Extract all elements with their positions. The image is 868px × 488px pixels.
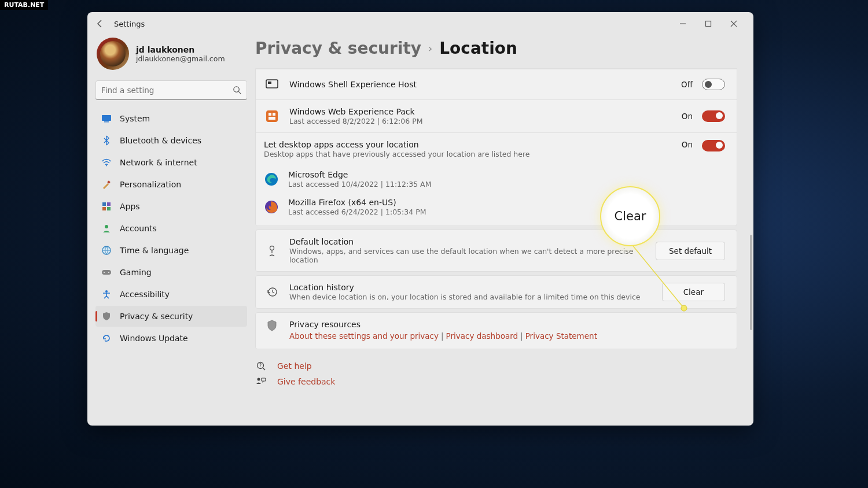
close-button[interactable] [721, 15, 746, 32]
edge-icon [264, 172, 279, 187]
privacy-resources-panel: Privacy resources About these settings a… [255, 312, 737, 349]
sidebar-item-time-language[interactable]: Time & language [95, 240, 247, 261]
profile-email: jdlaukkonen@gmail.com [136, 54, 225, 63]
nav: System Bluetooth & devices Network & int… [95, 108, 247, 349]
set-default-button[interactable]: Set default [656, 242, 725, 260]
wifi-icon [101, 157, 112, 168]
svg-rect-7 [107, 180, 111, 184]
svg-rect-4 [102, 115, 111, 121]
titlebar: Settings [87, 12, 753, 35]
sidebar-item-label: System [120, 114, 150, 123]
default-location-sub: Windows, apps, and services can use the … [289, 247, 646, 264]
link-statement[interactable]: Privacy Statement [525, 331, 597, 341]
sidebar-item-label: Gaming [120, 268, 152, 277]
location-history-panel: Location history When device location is… [255, 275, 737, 309]
svg-rect-14 [102, 270, 111, 275]
clear-button[interactable]: Clear [662, 283, 725, 301]
update-icon [101, 333, 112, 343]
sidebar: jd laukkonen jdlaukkonen@gmail.com Syste… [87, 35, 255, 426]
sidebar-item-label: Windows Update [120, 334, 188, 343]
breadcrumb-parent[interactable]: Privacy & security [255, 39, 421, 58]
svg-point-30 [258, 378, 260, 381]
svg-rect-23 [269, 117, 275, 120]
svg-point-6 [106, 165, 107, 167]
scrollbar[interactable] [750, 235, 752, 330]
sidebar-item-label: Apps [120, 202, 140, 211]
app-row-shell: Windows Shell Experience Host Off [256, 69, 737, 99]
watermark: RUTAB.NET [0, 0, 48, 10]
default-location-title: Default location [289, 237, 646, 246]
sidebar-item-bluetooth[interactable]: Bluetooth & devices [95, 130, 247, 151]
app-row-sub: Last accessed 8/2/2022 | 6:12:06 PM [289, 117, 672, 125]
svg-text:?: ? [259, 363, 262, 368]
give-feedback-link[interactable]: Give feedback [255, 377, 737, 386]
toggle-label: Off [681, 80, 693, 89]
sidebar-item-accounts[interactable]: Accounts [95, 218, 247, 239]
gaming-icon [101, 267, 112, 278]
toggle-label: On [682, 112, 693, 121]
sidebar-item-network[interactable]: Network & internet [95, 152, 247, 173]
maximize-button[interactable] [696, 15, 721, 32]
list-item-title: Microsoft Edge [288, 170, 725, 179]
desktop-apps-sub: Desktop apps that have previously access… [264, 150, 672, 158]
sidebar-item-system[interactable]: System [95, 108, 247, 129]
profile-name: jd laukkonen [136, 45, 225, 54]
shell-icon [264, 76, 280, 93]
svg-rect-10 [102, 207, 106, 210]
footer-link-label: Get help [277, 361, 312, 371]
profile[interactable]: jd laukkonen jdlaukkonen@gmail.com [95, 35, 247, 78]
get-help-link[interactable]: ? Get help [255, 361, 737, 371]
svg-rect-11 [107, 207, 111, 210]
app-row-title: Windows Web Experience Pack [289, 107, 672, 116]
svg-rect-21 [269, 113, 271, 116]
shield-icon [264, 320, 280, 331]
svg-point-12 [105, 225, 108, 228]
location-icon [264, 245, 280, 257]
search-input[interactable] [95, 80, 247, 100]
callout-highlight: Clear [600, 186, 660, 246]
footer-link-label: Give feedback [277, 377, 335, 386]
desktop-apps-header: Let desktop apps access your location De… [256, 132, 737, 165]
sidebar-item-windows-update[interactable]: Windows Update [95, 328, 247, 349]
svg-rect-31 [262, 378, 266, 381]
sidebar-item-apps[interactable]: Apps [95, 196, 247, 217]
sidebar-item-personalization[interactable]: Personalization [95, 174, 247, 195]
firefox-icon [264, 199, 279, 215]
sidebar-item-privacy-security[interactable]: Privacy & security [95, 306, 247, 327]
sidebar-item-accessibility[interactable]: Accessibility [95, 284, 247, 305]
chevron-right-icon: › [428, 42, 432, 54]
minimize-button[interactable] [670, 15, 696, 32]
toggle-desktop-apps[interactable] [702, 140, 725, 151]
sidebar-item-label: Time & language [120, 246, 189, 255]
app-row-title: Windows Shell Experience Host [289, 80, 672, 89]
search-field[interactable] [95, 80, 247, 100]
sidebar-item-gaming[interactable]: Gaming [95, 262, 247, 283]
link-about[interactable]: About these settings and your privacy [289, 331, 439, 341]
link-dashboard[interactable]: Privacy dashboard [446, 331, 518, 341]
svg-rect-20 [266, 110, 278, 122]
toggle-web[interactable] [702, 110, 725, 122]
feedback-icon [255, 377, 267, 386]
toggle-shell[interactable] [702, 79, 725, 90]
window-title: Settings [114, 20, 145, 28]
location-history-title: Location history [289, 283, 653, 292]
content: Privacy & security › Location Windows Sh… [255, 35, 753, 426]
back-button[interactable] [94, 15, 106, 32]
desktop-apps-title: Let desktop apps access your location [264, 140, 672, 149]
sidebar-item-label: Personalization [120, 180, 181, 189]
accessibility-icon [101, 289, 112, 300]
breadcrumb: Privacy & security › Location [255, 39, 737, 58]
breadcrumb-current: Location [439, 39, 517, 58]
system-icon [101, 113, 112, 124]
svg-rect-5 [104, 121, 109, 123]
sidebar-item-label: Privacy & security [120, 312, 193, 321]
sidebar-item-label: Network & internet [120, 158, 197, 167]
account-icon [101, 223, 112, 234]
list-item: Microsoft Edge Last accessed 10/4/2022 |… [264, 165, 725, 193]
paint-icon [101, 179, 112, 190]
privacy-links: About these settings and your privacy|Pr… [289, 331, 597, 341]
default-location-panel: Default location Windows, apps, and serv… [255, 230, 737, 272]
svg-line-3 [238, 91, 241, 94]
svg-rect-8 [102, 202, 106, 206]
list-item-sub: Last accessed 10/4/2022 | 11:12:35 AM [288, 180, 725, 188]
